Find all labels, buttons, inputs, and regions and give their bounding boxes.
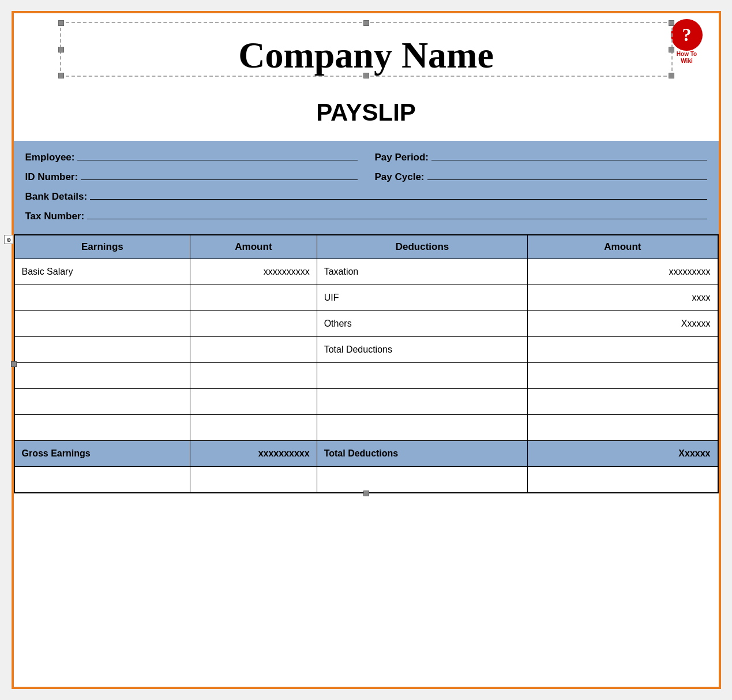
table-resize-left[interactable]: [11, 361, 17, 367]
employee-underline: [77, 160, 357, 160]
payslip-table: Earnings Amount Deductions Amount Basic …: [14, 235, 718, 493]
footer-gross-earnings: Gross Earnings: [14, 441, 190, 467]
row7-ded-val: [528, 415, 718, 441]
tax-number-underline: [87, 219, 707, 219]
row3-earn-val: [190, 311, 317, 337]
tax-number-label: Tax Number:: [25, 207, 85, 226]
row6-ded-val: [528, 389, 718, 415]
id-number-underline: [81, 179, 357, 180]
table-row: [14, 415, 718, 441]
pay-period-field: Pay Period:: [375, 148, 707, 167]
footer-total-val: Xxxxxx: [528, 441, 718, 467]
row7-earning: [14, 415, 190, 441]
row2-earning: [14, 285, 190, 311]
table-section: ⊕ Earnings Amount Deductions Amount Basi…: [14, 234, 719, 493]
last-row-earn-val: [190, 467, 317, 493]
row6-deduction: [317, 389, 528, 415]
pay-cycle-field: Pay Cycle:: [375, 167, 707, 187]
employee-row-2: ID Number: Pay Cycle:: [25, 167, 707, 187]
row1-earn-val: xxxxxxxxxx: [190, 259, 317, 285]
row5-earn-val: [190, 363, 317, 389]
table-row: [14, 389, 718, 415]
row4-earning: [14, 337, 190, 363]
page-container: ? How ToWiki Company Name PAYSLIP Employ…: [12, 11, 721, 689]
company-name: Company Name: [37, 25, 696, 76]
employee-field: Employee:: [25, 148, 358, 167]
last-row-deduction: [317, 467, 528, 493]
employee-row-1: Employee: Pay Period:: [25, 148, 707, 167]
row1-ded-val: xxxxxxxxx: [528, 259, 718, 285]
table-row: Total Deductions: [14, 337, 718, 363]
row6-earn-val: [190, 389, 317, 415]
row3-ded-val: Xxxxxx: [528, 311, 718, 337]
row2-earn-val: [190, 285, 317, 311]
payslip-title: PAYSLIP: [14, 99, 719, 126]
table-row: UIF xxxx: [14, 285, 718, 311]
header-section: Company Name: [14, 13, 719, 81]
employee-row-4: Tax Number:: [25, 207, 707, 226]
bank-details-underline: [90, 199, 707, 200]
table-row: [14, 363, 718, 389]
table-header-row: Earnings Amount Deductions Amount: [14, 235, 718, 259]
row7-earn-val: [190, 415, 317, 441]
row7-deduction: [317, 415, 528, 441]
row2-deduction: UIF: [317, 285, 528, 311]
pay-cycle-label: Pay Cycle:: [375, 167, 425, 187]
id-number-field: ID Number:: [25, 167, 358, 187]
pay-period-underline: [431, 160, 707, 160]
table-footer-row: Gross Earnings xxxxxxxxxx Total Deductio…: [14, 441, 718, 467]
row4-deduction: Total Deductions: [317, 337, 528, 363]
id-number-label: ID Number:: [25, 167, 78, 187]
row5-earning: [14, 363, 190, 389]
row4-earn-val: [190, 337, 317, 363]
row6-earning: [14, 389, 190, 415]
footer-total-deductions: Total Deductions: [317, 441, 528, 467]
table-resize-bottom[interactable]: [363, 491, 369, 496]
row5-ded-val: [528, 363, 718, 389]
row3-earning: [14, 311, 190, 337]
last-row-earning: [14, 467, 190, 493]
header-earn-amount: Amount: [190, 235, 317, 259]
last-row-ded-val: [528, 467, 718, 493]
pay-period-label: Pay Period:: [375, 148, 429, 167]
pay-cycle-underline: [427, 179, 707, 180]
row1-deduction: Taxation: [317, 259, 528, 285]
bank-details-label: Bank Details:: [25, 187, 88, 207]
footer-gross-val: xxxxxxxxxx: [190, 441, 317, 467]
header-earnings: Earnings: [14, 235, 190, 259]
employee-row-3: Bank Details:: [25, 187, 707, 207]
employee-info-section: Employee: Pay Period: ID Number: Pay Cyc…: [14, 141, 719, 234]
row1-earning: Basic Salary: [14, 259, 190, 285]
row3-deduction: Others: [317, 311, 528, 337]
employee-label: Employee:: [25, 148, 75, 167]
row2-ded-val: xxxx: [528, 285, 718, 311]
row5-deduction: [317, 363, 528, 389]
table-move-handle[interactable]: ⊕: [4, 235, 13, 244]
table-row: Basic Salary xxxxxxxxxx Taxation xxxxxxx…: [14, 259, 718, 285]
row4-ded-val: [528, 337, 718, 363]
header-ded-amount: Amount: [528, 235, 718, 259]
table-row: [14, 467, 718, 493]
table-row: Others Xxxxxx: [14, 311, 718, 337]
header-deductions: Deductions: [317, 235, 528, 259]
